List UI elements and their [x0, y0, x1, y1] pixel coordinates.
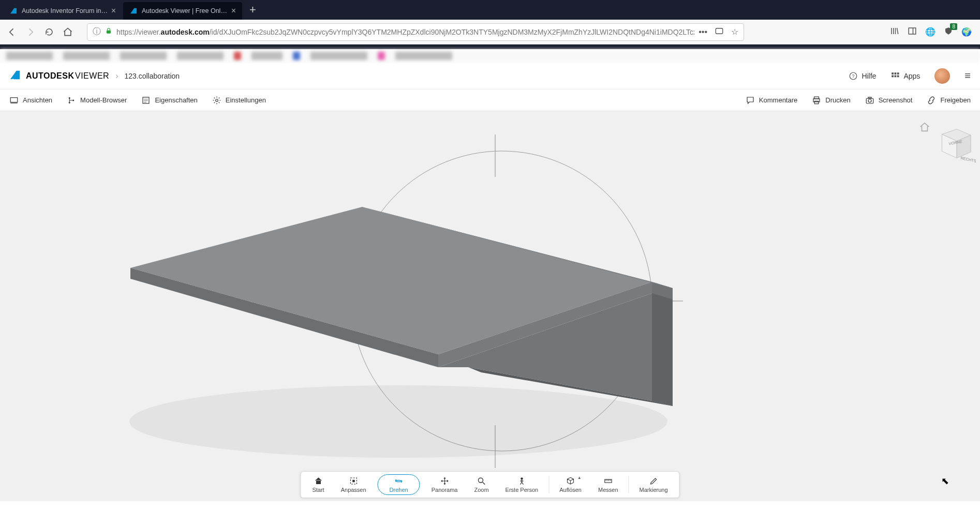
tab-label: Autodesk Inventor Forum in de: [22, 7, 108, 14]
url-prefix: https://viewer.: [116, 28, 161, 36]
svg-point-16: [72, 99, 74, 101]
close-icon[interactable]: ×: [231, 6, 236, 16]
views-label: Ansichten: [23, 96, 52, 104]
header-right: ? Hilfe Apps ≡: [849, 68, 971, 84]
gear-icon: [212, 96, 221, 105]
zoom-icon: [477, 476, 486, 486]
views-button[interactable]: Ansichten: [9, 96, 52, 105]
url-bar[interactable]: ⓘ https://viewer.autodesk.com/id/dXJuOmF…: [87, 23, 744, 41]
info-icon[interactable]: ⓘ: [93, 26, 101, 37]
first-person-label: Erste Person: [506, 487, 539, 493]
orbit-icon: [394, 476, 404, 486]
dock-divider: [629, 476, 629, 493]
extension-icon[interactable]: 🌐: [925, 27, 936, 37]
url-host: autodesk.com: [161, 28, 210, 36]
settings-label: Einstellungen: [226, 96, 266, 104]
dock-divider: [548, 476, 549, 493]
close-icon[interactable]: ×: [111, 6, 116, 16]
url-text: https://viewer.autodesk.com/id/dXJuOmFkc…: [116, 28, 694, 36]
chevron-right-icon: ›: [115, 71, 118, 81]
help-icon: ?: [849, 71, 858, 81]
svg-marker-38: [652, 293, 673, 406]
svg-point-49: [521, 477, 523, 480]
orbit-label: Drehen: [390, 487, 408, 493]
user-avatar[interactable]: [934, 68, 950, 84]
viewcube[interactable]: VORNE RECHTS: [933, 122, 976, 164]
properties-label: Eigenschaften: [155, 96, 197, 104]
bookmark-icon[interactable]: ☆: [731, 27, 738, 37]
url-path: /id/dXJuOmFkc2sub2JqZWN0czpvcy5vYmplY3Q6…: [210, 28, 694, 36]
svg-rect-6: [892, 72, 894, 74]
first-person-button[interactable]: Erste Person: [497, 472, 547, 498]
screenshot-button[interactable]: Screenshot: [865, 96, 913, 105]
fit-button[interactable]: Anpassen: [333, 472, 375, 498]
breadcrumb-file[interactable]: 123.collaboration: [124, 72, 180, 80]
home-view-icon[interactable]: [919, 122, 930, 135]
viewer-canvas[interactable]: VORNE RECHTS Start Anpassen Drehen Panor…: [0, 111, 980, 501]
dropdown-indicator-icon: ▲: [577, 475, 582, 480]
comment-icon: [746, 96, 755, 105]
url-actions: ••• ☆: [699, 26, 738, 38]
lock-icon[interactable]: [105, 27, 112, 37]
svg-rect-7: [895, 72, 897, 74]
start-label: Start: [312, 487, 324, 493]
shield-icon[interactable]: [944, 26, 953, 38]
apps-label: Apps: [903, 72, 920, 80]
bookmark-bar: [0, 49, 980, 63]
library-icon[interactable]: [890, 26, 899, 38]
home-button[interactable]: [61, 25, 75, 39]
orbit-button[interactable]: Drehen: [378, 474, 420, 495]
autodesk-favicon-icon: [9, 7, 18, 15]
model-browser-button[interactable]: Modell-Browser: [67, 96, 127, 105]
browser-right-icons: 🌐 🌍: [890, 26, 975, 38]
screenshot-label: Screenshot: [879, 96, 913, 104]
reader-icon[interactable]: [715, 26, 724, 38]
globe-icon[interactable]: 🌍: [961, 27, 972, 37]
more-icon[interactable]: •••: [699, 27, 707, 37]
app-header: AUTODESK VIEWER › 123.collaboration ? Hi…: [0, 63, 980, 89]
app-toolbar: Ansichten Modell-Browser Eigenschaften E…: [0, 89, 980, 111]
browser-chrome: Autodesk Inventor Forum in de × Autodesk…: [0, 0, 980, 49]
person-icon: [517, 476, 526, 486]
measure-button[interactable]: Messen: [590, 472, 627, 498]
new-tab-button[interactable]: +: [243, 3, 262, 17]
share-button[interactable]: Freigeben: [927, 96, 971, 105]
nav-bar: ⓘ https://viewer.autodesk.com/id/dXJuOmF…: [0, 20, 980, 44]
svg-line-48: [483, 482, 485, 485]
apps-icon: [890, 71, 900, 81]
brand-autodesk: AUTODESK: [26, 71, 75, 80]
properties-button[interactable]: Eigenschaften: [141, 96, 197, 105]
sidebar-icon[interactable]: [908, 26, 917, 38]
svg-rect-17: [143, 97, 149, 103]
svg-point-15: [69, 102, 70, 103]
svg-rect-9: [892, 75, 894, 77]
menu-icon[interactable]: ≡: [964, 70, 971, 82]
cursor-icon: ⬉: [941, 475, 949, 487]
camera-icon: [865, 96, 874, 105]
forward-button[interactable]: [24, 25, 37, 39]
help-button[interactable]: ? Hilfe: [849, 71, 876, 81]
tab-label: Autodesk Viewer | Free Online F: [142, 7, 228, 14]
pencil-icon: [649, 476, 658, 486]
apps-button[interactable]: Apps: [890, 71, 920, 81]
svg-point-47: [479, 478, 483, 483]
markup-button[interactable]: Markierung: [631, 472, 676, 498]
brand-text[interactable]: AUTODESK VIEWER: [26, 71, 109, 81]
share-label: Freigeben: [940, 96, 971, 104]
explode-button[interactable]: ▲ Auflösen: [551, 472, 590, 498]
zoom-button[interactable]: Zoom: [466, 472, 497, 498]
browser-tab[interactable]: Autodesk Inventor Forum in de ×: [3, 2, 122, 20]
back-button[interactable]: [5, 25, 19, 39]
panorama-button[interactable]: Panorama: [423, 472, 466, 498]
svg-point-26: [868, 99, 871, 102]
comments-button[interactable]: Kommentare: [746, 96, 797, 105]
reload-button[interactable]: [42, 25, 56, 39]
print-label: Drucken: [825, 96, 850, 104]
svg-point-21: [216, 99, 218, 101]
browser-tab-active[interactable]: Autodesk Viewer | Free Online F ×: [123, 2, 242, 20]
autodesk-logo-icon[interactable]: [9, 69, 21, 83]
start-button[interactable]: Start: [304, 472, 332, 498]
svg-rect-8: [897, 72, 899, 74]
print-button[interactable]: Drucken: [812, 96, 850, 105]
settings-button[interactable]: Einstellungen: [212, 96, 266, 105]
